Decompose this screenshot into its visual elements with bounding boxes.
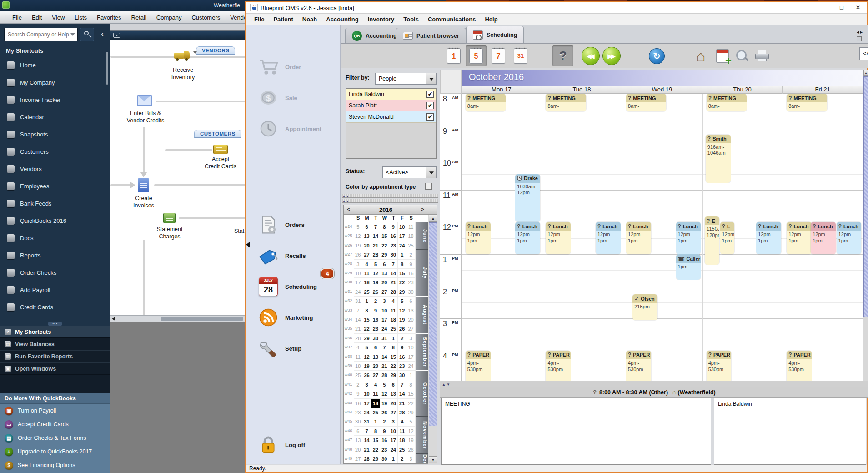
mini-calendar-day-cell[interactable]: 18 [362,278,371,287]
mini-calendar-day-cell[interactable]: 2 [354,380,362,389]
appointment-smith[interactable]: ?Smith916am-1046am [706,135,731,183]
appointment-e[interactable]: ?E1150am-120pm [705,216,719,265]
mini-calendar-day-cell[interactable]: 7 [398,380,406,389]
calendar-vertical-scrollbar[interactable]: ▲ [863,70,868,381]
mini-calendar-day-cell[interactable]: 23 [380,445,389,454]
do-more-turn-on-payroll[interactable]: ▣Turn on Payroll [0,404,110,418]
mini-calendar-day-cell[interactable]: 6 [362,222,371,231]
calendar-day-header-fri-21[interactable]: Fri 21 [783,86,863,94]
mini-calendar-day-cell[interactable]: 23 [371,324,380,333]
mini-calendar-day-cell[interactable]: 12 [380,389,389,398]
mini-calendar-day-cell[interactable]: 7 [354,306,362,315]
month-view-button[interactable]: 31 [510,45,531,66]
sidebar-item-my-company[interactable]: My Company [0,74,110,91]
mini-calendar-day-cell[interactable]: 9 [406,260,415,269]
close-button[interactable]: ✕ [851,2,865,13]
mini-calendar-day-cell[interactable]: 29 [398,287,406,297]
person-checkbox[interactable]: ✔ [426,91,434,98]
mini-calendar-day-cell[interactable]: 30 [406,287,415,297]
detail-panel-splitter[interactable]: ▲▼ [440,381,868,387]
mini-calendar-day-cell[interactable]: 29 [406,408,415,417]
receive-inventory-label[interactable]: Receive Inventory [161,67,205,81]
mini-calendar-day-cell[interactable]: 17 [380,315,389,324]
mini-calendar-day-cell[interactable]: 8 [398,260,406,269]
next-button[interactable]: ▶▶ [602,47,621,65]
minimize-button[interactable]: – [819,2,833,13]
mini-calendar-day-cell[interactable]: 12 [354,231,362,241]
mini-calendar-day-cell[interactable]: 27 [354,454,362,463]
menu-item-favorites[interactable]: Favorites [92,14,126,21]
mini-calendar-day-cell[interactable]: 25 [389,324,398,333]
mini-calendar-day-cell[interactable]: 8 [362,306,371,315]
mini-calendar-day-cell[interactable]: 16 [354,399,362,408]
mini-calendar-day-cell[interactable]: 11 [389,306,398,315]
mini-calendar-day-cell[interactable]: 18 [371,399,380,408]
calendar-day-header-mon-17[interactable]: Mon 17 [462,86,542,94]
mini-calendar-day-cell[interactable]: 23 [354,408,362,417]
mini-calendar-day-cell[interactable]: 6 [371,343,380,352]
sidebar-item-sale[interactable]: $Sale [246,85,341,111]
sidebar-item-home[interactable]: Home [0,56,110,74]
mini-calendar-day-cell[interactable]: 27 [362,250,371,259]
menu-item-accounting[interactable]: Accounting [321,16,363,23]
mini-calendar-day-cell[interactable]: 20 [362,241,371,250]
sidebar-item-quickbooks-2016[interactable]: QuickBooks 2016 [0,212,110,229]
mini-calendar-day-cell[interactable]: 17 [354,278,362,287]
mini-calendar-day-cell[interactable]: 14 [398,389,406,398]
blueprint-titlebar[interactable]: Blueprint OMS v2.6 - Jessica [linda] – □… [246,2,867,14]
appointment-paper[interactable]: ?PAPER4pm-530pm [626,351,651,381]
sidebar-item-setup[interactable]: Setup [246,336,341,361]
mini-calendar-day-cell[interactable]: 2 [380,417,389,426]
enter-bills-label[interactable]: Enter Bills & Vendor Credits [120,110,171,124]
mini-calendar-day-cell[interactable]: 4 [371,380,380,389]
mini-calendar-day-cell[interactable]: 5 [371,260,380,269]
sidebar-item-orders[interactable]: Orders [246,212,341,237]
accept-credit-cards-label[interactable]: Accept Credit Cards [200,156,241,170]
mini-calendar-day-cell[interactable]: 11 [398,427,406,436]
mini-calendar-day-cell[interactable]: 16 [389,231,398,241]
mini-calendar-day-cell[interactable]: 8 [406,380,415,389]
menu-item-communications[interactable]: Communications [423,16,480,23]
tab-patient-browser[interactable]: Patient browser [396,28,466,43]
appointment-lunch[interactable]: ?Lunch12pm-1pm [756,222,781,254]
sidebar-item-vendors[interactable]: Vendors [0,160,110,177]
statement-charges-icon[interactable] [163,213,176,223]
mini-calendar-day-cell[interactable]: 20 [389,399,398,408]
mini-calendar-next-button[interactable]: > [421,206,424,212]
appointment-lunch[interactable]: ?Lunch12pm-1pm [811,222,836,254]
scroll-up-icon[interactable]: ▲ [863,70,868,76]
menu-item-company[interactable]: Company [151,14,187,21]
mini-calendar-day-cell[interactable]: 3 [354,260,362,269]
mini-calendar-day-cell[interactable]: 25 [362,287,371,297]
mini-calendar-day-cell[interactable]: 9 [398,343,406,352]
calendar-day-header-thu-20[interactable]: Thu 20 [702,86,783,94]
search-button[interactable] [80,28,94,41]
mini-calendar-day-cell[interactable]: 18 [398,436,406,445]
sidebar-item-add-payroll[interactable]: Add Payroll [0,281,110,298]
mini-calendar-day-cell[interactable]: 11 [362,269,371,278]
menu-item-view[interactable]: View [47,14,70,21]
mini-calendar-day-cell[interactable]: 10 [406,343,415,352]
appointment-lunch[interactable]: ?Lunch12pm-1pm [596,222,621,254]
mini-calendar-day-cell[interactable]: 2 [406,250,415,259]
tab-accounting[interactable]: QBAccounting [345,28,404,43]
mini-calendar-day-cell[interactable]: 21 [354,324,362,333]
person-row-linda-baldwin[interactable]: Linda Baldwin✔ [346,89,436,100]
mini-calendar-day-cell[interactable]: 11 [406,222,415,231]
mini-calendar-day-cell[interactable]: 17 [406,352,415,362]
mini-calendar-day-cell[interactable]: 15 [389,352,398,362]
mini-calendar-day-cell[interactable]: 10 [354,269,362,278]
mini-calendar-day-cell[interactable]: 26 [406,445,415,454]
mini-calendar-day-cell[interactable]: 15 [371,436,380,445]
appointment-paper[interactable]: ?PAPER4pm-530pm [707,351,732,381]
mini-calendar-day-cell[interactable]: 4 [398,417,406,426]
mini-calendar-day-cell[interactable]: 13 [362,231,371,241]
bottom-nav-open-windows[interactable]: ▣Open Windows [0,362,110,375]
menu-item-file[interactable]: File [250,16,269,23]
mini-calendar-day-cell[interactable]: 5 [354,222,362,231]
sidebar-item-appointment[interactable]: Appointment [246,116,341,141]
mini-calendar-day-cell[interactable]: 23 [406,278,415,287]
accept-credit-cards-icon[interactable] [213,145,228,154]
mini-calendar-day-cell[interactable]: 21 [398,399,406,408]
mini-calendar-day-cell[interactable]: 27 [380,287,389,297]
